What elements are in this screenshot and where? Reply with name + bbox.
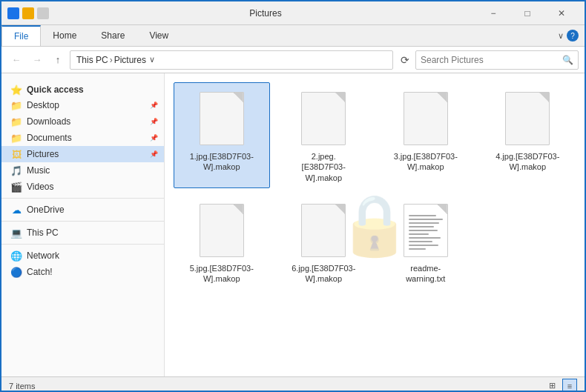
sidebar-item-catch[interactable]: 🔵 Catch! <box>1 264 164 280</box>
path-chevron[interactable]: ∨ <box>149 55 155 64</box>
file-page-4 <box>505 92 550 145</box>
file-item-1[interactable]: 1.jpg.[E38D7F03-W].makop <box>174 82 270 188</box>
sidebar-divider-2 <box>1 221 164 222</box>
search-icon[interactable]: 🔍 <box>562 55 573 65</box>
up-button[interactable]: ↑ <box>49 51 67 69</box>
file-item-6[interactable]: 6.jpg.[E38D7F03-W].makop <box>276 194 372 290</box>
pin-icon-documents: 📌 <box>150 134 158 142</box>
txt-line-8 <box>409 241 432 242</box>
file-page-3 <box>404 92 448 145</box>
txt-line-7 <box>409 237 441 239</box>
sidebar-label-catch: Catch! <box>27 267 53 277</box>
sidebar-quickaccess-header: ⭐ Quick access <box>1 79 164 97</box>
file-name-6: 6.jpg.[E38D7F03-W].makop <box>290 263 357 285</box>
file-icon-2 <box>297 89 350 148</box>
onedrive-icon: ☁ <box>10 204 22 216</box>
refresh-button[interactable]: ⟳ <box>398 54 412 66</box>
sidebar-label-videos: Videos <box>27 182 53 192</box>
tab-home[interactable]: Home <box>41 25 89 46</box>
search-input[interactable] <box>421 55 559 65</box>
address-bar: ← → ↑ This PC › Pictures ∨ ⟳ 🔍 <box>1 47 585 73</box>
file-page-5 <box>200 204 244 257</box>
content-area: 🔒 1.jpg.[E38D7F03-W].makop 2.jpeg.[E38D7… <box>165 73 585 376</box>
pin-icon-pictures: 📌 <box>150 150 158 158</box>
catch-icon: 🔵 <box>10 266 22 278</box>
grid-view-button[interactable]: ⊞ <box>544 379 559 393</box>
address-path[interactable]: This PC › Pictures ∨ <box>70 50 393 70</box>
file-icon-1 <box>195 89 248 148</box>
pin-icon-downloads: 📌 <box>150 118 158 125</box>
ribbon-chevron[interactable]: ∨ <box>558 31 564 41</box>
sidebar-item-onedrive[interactable]: ☁ OneDrive <box>1 202 164 218</box>
file-grid: 1.jpg.[E38D7F03-W].makop 2.jpeg.[E38D7F0… <box>165 73 585 298</box>
status-bar: 7 items ⊞ ≡ <box>1 376 585 392</box>
minimize-button[interactable]: − <box>476 1 510 25</box>
sidebar-item-thispc[interactable]: 💻 This PC <box>1 225 164 241</box>
path-current: Pictures <box>114 55 146 65</box>
sidebar-label-documents: Documents <box>27 133 72 143</box>
file-item-5[interactable]: 5.jpg.[E38D7F03-W].makop <box>174 194 270 290</box>
maximize-button[interactable]: □ <box>510 1 544 25</box>
file-name-5: 5.jpg.[E38D7F03-W].makop <box>188 263 255 285</box>
sidebar-item-pictures[interactable]: 🖼 Pictures 📌 <box>1 146 164 162</box>
path-separator-1: › <box>110 55 113 65</box>
file-item-7[interactable]: readme-warning.txt <box>378 194 474 290</box>
music-folder-icon: 🎵 <box>10 165 22 176</box>
file-page-1 <box>200 92 244 145</box>
txt-line-6 <box>409 233 429 235</box>
search-box[interactable]: 🔍 <box>415 50 579 70</box>
list-view-button[interactable]: ≡ <box>562 379 577 393</box>
file-item-4[interactable]: 4.jpg.[E38D7F03-W].makop <box>480 82 576 188</box>
ribbon-help[interactable]: ? <box>567 30 579 41</box>
file-item-2[interactable]: 2.jpeg.[E38D7F03-W].makop <box>276 82 372 188</box>
sidebar-divider-3 <box>1 244 164 245</box>
sidebar-label-network: Network <box>27 250 59 261</box>
file-page-2 <box>301 92 346 145</box>
file-name-4: 4.jpg.[E38D7F03-W].makop <box>494 151 561 173</box>
txt-line-5 <box>409 230 438 231</box>
sidebar-item-music[interactable]: 🎵 Music <box>1 162 164 179</box>
view-toggle: ⊞ ≡ <box>544 379 577 393</box>
tab-file[interactable]: File <box>1 25 41 46</box>
quickaccess-label: Quick access <box>27 84 84 95</box>
sidebar-item-documents[interactable]: 📁 Documents 📌 <box>1 130 164 146</box>
file-name-2: 2.jpeg.[E38D7F03-W].makop <box>290 151 357 183</box>
tb-icon-2 <box>22 7 34 19</box>
close-button[interactable]: ✕ <box>544 1 579 25</box>
txt-line-10 <box>409 248 426 250</box>
ribbon-tabs: File Home Share View ∨ ? <box>1 25 585 46</box>
sidebar-item-videos[interactable]: 🎬 Videos <box>1 179 164 195</box>
tab-share[interactable]: Share <box>89 25 137 46</box>
txt-line-3 <box>409 222 439 224</box>
sidebar-label-thispc: This PC <box>27 227 59 238</box>
network-icon: 🌐 <box>10 250 22 262</box>
tab-view[interactable]: View <box>137 25 181 46</box>
file-item-3[interactable]: 3.jpg.[E38D7F03-W].makop <box>378 82 474 188</box>
path-root: This PC <box>76 55 108 65</box>
title-bar-icons <box>7 7 49 19</box>
sidebar-item-desktop[interactable]: 📁 Desktop 📌 <box>1 97 164 113</box>
sidebar: ⭐ Quick access 📁 Desktop 📌 📁 Downloads 📌… <box>1 73 165 376</box>
sidebar-item-downloads[interactable]: 📁 Downloads 📌 <box>1 113 164 130</box>
star-icon: ⭐ <box>10 84 22 96</box>
item-count: 7 items <box>9 382 35 391</box>
tb-icon-3 <box>37 7 49 19</box>
txt-lines <box>404 205 447 254</box>
back-button[interactable]: ← <box>7 51 25 69</box>
pictures-folder-icon: 🖼 <box>10 148 22 160</box>
sidebar-item-network[interactable]: 🌐 Network <box>1 248 164 264</box>
ribbon: File Home Share View ∨ ? <box>1 25 585 47</box>
sidebar-label-onedrive: OneDrive <box>27 205 65 215</box>
file-icon-3 <box>399 89 452 148</box>
documents-folder-icon: 📁 <box>10 132 22 144</box>
txt-line-9 <box>409 245 438 246</box>
file-icon-4 <box>501 89 554 148</box>
downloads-folder-icon: 📁 <box>10 116 22 127</box>
txt-line-4 <box>409 226 435 227</box>
file-page-6 <box>301 204 346 257</box>
sidebar-label-desktop: Desktop <box>27 100 59 110</box>
main-layout: ⭐ Quick access 📁 Desktop 📌 📁 Downloads 📌… <box>1 73 585 376</box>
thispc-icon: 💻 <box>10 227 22 239</box>
file-name-1: 1.jpg.[E38D7F03-W].makop <box>188 151 255 173</box>
forward-button[interactable]: → <box>28 51 46 69</box>
